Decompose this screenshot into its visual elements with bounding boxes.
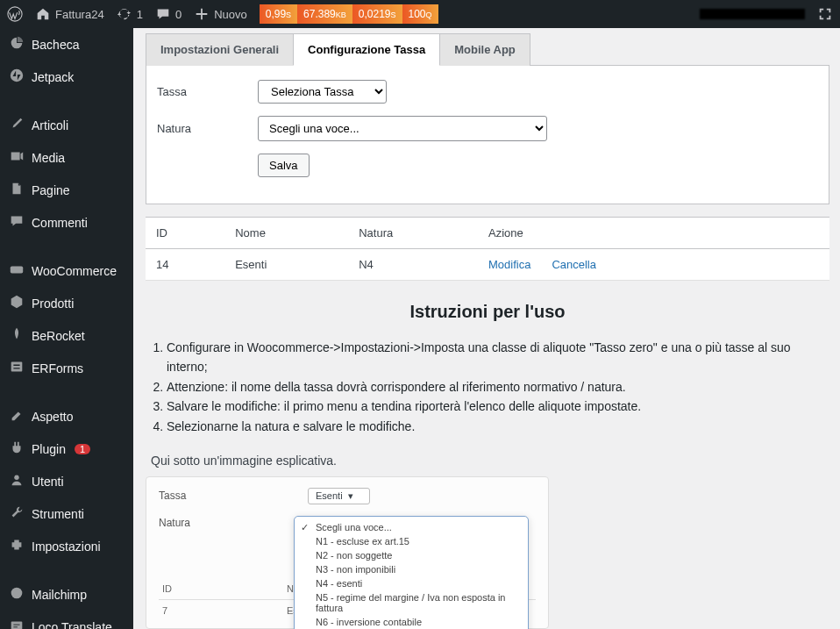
sidebar-item-jetpack[interactable]: Jetpack bbox=[0, 61, 133, 93]
new-content-link[interactable]: Nuovo bbox=[194, 6, 247, 22]
sidebar-item-posts[interactable]: Articoli bbox=[0, 109, 133, 141]
table-header: ID bbox=[146, 218, 224, 249]
ex-dropdown-option: Scegli una voce... bbox=[295, 520, 528, 534]
sidebar-item-dashboard[interactable]: Bacheca bbox=[0, 28, 133, 61]
ex-dropdown-option: N5 - regime del margine / Iva non espost… bbox=[295, 590, 528, 615]
tools-icon bbox=[9, 504, 25, 523]
sidebar-item-label: BeRocket bbox=[32, 329, 85, 343]
stat-memory[interactable]: 67.389KB bbox=[297, 4, 352, 24]
sidebar-item-label: Commenti bbox=[32, 216, 88, 230]
sidebar-item-erforms[interactable]: ERForms bbox=[0, 352, 133, 384]
instructions-list: Configurare in Woocommerce->Impostazioni… bbox=[167, 338, 829, 436]
table-header: Azione bbox=[478, 218, 829, 249]
ex-dropdown-option: N3 - non imponibili bbox=[295, 562, 528, 576]
sidebar-item-loco[interactable]: Loco Translate bbox=[0, 611, 133, 629]
tab-1[interactable]: Configurazione Tassa bbox=[293, 33, 440, 66]
svg-point-4 bbox=[14, 475, 18, 480]
tax-table: IDNomeNaturaAzione 14EsentiN4ModificaCan… bbox=[146, 217, 829, 281]
dashboard-icon bbox=[9, 35, 25, 54]
site-home-link[interactable]: Fattura24 bbox=[35, 6, 104, 22]
edit-link[interactable]: Modifica bbox=[488, 258, 530, 271]
admin-toolbar: Fattura24 1 0 Nuovo 0,99S 67.389KB 0,021… bbox=[0, 0, 840, 28]
ex-dropdown-option: N6 - inversione contabile bbox=[295, 615, 528, 629]
instruction-item: Salvare le modifiche: il primo menu a te… bbox=[167, 397, 829, 416]
sidebar-item-products[interactable]: Prodotti bbox=[0, 287, 133, 319]
sidebar-item-media[interactable]: Media bbox=[0, 141, 133, 174]
ex-tax-select: Esenti ▾ bbox=[308, 488, 370, 504]
ex-dropdown-open: Scegli una voce...N1 - escluse ex art.15… bbox=[294, 516, 529, 629]
delete-link[interactable]: Cancella bbox=[552, 258, 596, 271]
sidebar-item-label: Bacheca bbox=[32, 38, 79, 52]
sidebar-item-label: Utenti bbox=[32, 475, 64, 489]
sidebar-item-mailchimp[interactable]: Mailchimp bbox=[0, 578, 133, 611]
tax-label: Tassa bbox=[157, 85, 258, 98]
tabs-nav: Impostazioni GeneraliConfigurazione Tass… bbox=[146, 33, 829, 66]
svg-point-1 bbox=[11, 69, 23, 82]
tab-2[interactable]: Mobile App bbox=[439, 33, 530, 66]
sidebar-item-users[interactable]: Utenti bbox=[0, 465, 133, 497]
media-icon bbox=[9, 148, 25, 167]
example-image: Tassa Esenti ▾ Natura Scegli una voce...… bbox=[146, 476, 549, 629]
sidebar-item-woo[interactable]: WooCommerce bbox=[0, 254, 133, 287]
update-badge: 1 bbox=[75, 444, 90, 454]
jetpack-icon bbox=[9, 68, 25, 86]
instruction-item: Configurare in Woocommerce->Impostazioni… bbox=[167, 338, 829, 377]
main-content: Impostazioni GeneraliConfigurazione Tass… bbox=[133, 28, 829, 629]
svg-point-5 bbox=[11, 588, 23, 599]
comments-icon bbox=[9, 213, 25, 232]
ex-natura-label: Natura bbox=[159, 517, 308, 529]
sidebar-item-appearance[interactable]: Aspetto bbox=[0, 400, 133, 432]
tax-select[interactable]: Seleziona Tassa bbox=[258, 80, 387, 104]
table-header: Nome bbox=[224, 218, 348, 249]
tab-0[interactable]: Impostazioni Generali bbox=[146, 33, 294, 66]
sidebar-item-settings[interactable]: Impostazioni bbox=[0, 530, 133, 562]
pages-icon bbox=[9, 181, 25, 199]
sidebar-item-comments[interactable]: Commenti bbox=[0, 206, 133, 239]
settings-icon bbox=[9, 537, 25, 555]
sidebar-item-label: Plugin bbox=[32, 442, 66, 456]
natura-select[interactable]: Scegli una voce... bbox=[258, 116, 547, 141]
sidebar-item-label: Strumenti bbox=[32, 507, 84, 521]
save-button[interactable]: Salva bbox=[258, 154, 310, 177]
admin-sidebar: BachecaJetpackArticoliMediaPagineComment… bbox=[0, 28, 133, 629]
stat-queries[interactable]: 100Q bbox=[402, 4, 438, 24]
natura-label: Natura bbox=[157, 122, 258, 135]
wordpress-logo[interactable] bbox=[7, 6, 23, 22]
sidebar-item-label: WooCommerce bbox=[32, 264, 117, 278]
sidebar-item-pages[interactable]: Pagine bbox=[0, 174, 133, 206]
instruction-item: Selezionarne la natura e salvare le modi… bbox=[167, 417, 829, 436]
ex-dropdown-option: N1 - escluse ex art.15 bbox=[295, 534, 528, 548]
sidebar-item-label: Impostazioni bbox=[32, 540, 101, 554]
svg-rect-2 bbox=[11, 266, 23, 273]
stat-time[interactable]: 0,99S bbox=[260, 4, 297, 24]
sidebar-item-label: ERForms bbox=[32, 361, 83, 375]
sidebar-item-label: Aspetto bbox=[32, 410, 73, 424]
instructions-title: Istruzioni per l'uso bbox=[146, 302, 829, 322]
ex-tax-label: Tassa bbox=[159, 490, 308, 502]
instruction-item: Attenzione: il nome della tassa dovrà co… bbox=[167, 377, 829, 397]
products-icon bbox=[9, 294, 25, 312]
loco-icon bbox=[9, 618, 25, 629]
sidebar-item-label: Loco Translate bbox=[32, 620, 112, 630]
sidebar-item-label: Prodotti bbox=[32, 297, 74, 311]
woo-icon bbox=[9, 261, 25, 280]
svg-rect-3 bbox=[11, 362, 23, 372]
stat-db[interactable]: 0,0219S bbox=[352, 4, 402, 24]
sidebar-item-berocket[interactable]: BeRocket bbox=[0, 319, 133, 352]
user-account-redacted[interactable] bbox=[700, 9, 805, 19]
ex-dropdown-option: N2 - non soggette bbox=[295, 548, 528, 562]
table-row: 14EsentiN4ModificaCancella bbox=[146, 249, 829, 281]
sidebar-item-plugins[interactable]: Plugin1 bbox=[0, 432, 133, 465]
appearance-icon bbox=[9, 407, 25, 425]
sidebar-item-label: Media bbox=[32, 151, 65, 165]
sidebar-item-label: Pagine bbox=[32, 183, 70, 197]
config-panel: Tassa Seleziona Tassa Natura Scegli una … bbox=[146, 65, 829, 204]
sidebar-item-label: Mailchimp bbox=[32, 588, 87, 602]
sidebar-item-tools[interactable]: Strumenti bbox=[0, 497, 133, 530]
fullscreen-icon[interactable] bbox=[817, 6, 833, 22]
plugins-icon bbox=[9, 440, 25, 458]
comments-link[interactable]: 0 bbox=[155, 6, 182, 22]
instructions-subtext: Qui sotto un'immagine esplicativa. bbox=[151, 454, 829, 468]
updates-link[interactable]: 1 bbox=[117, 6, 143, 22]
table-header: Natura bbox=[348, 218, 478, 249]
